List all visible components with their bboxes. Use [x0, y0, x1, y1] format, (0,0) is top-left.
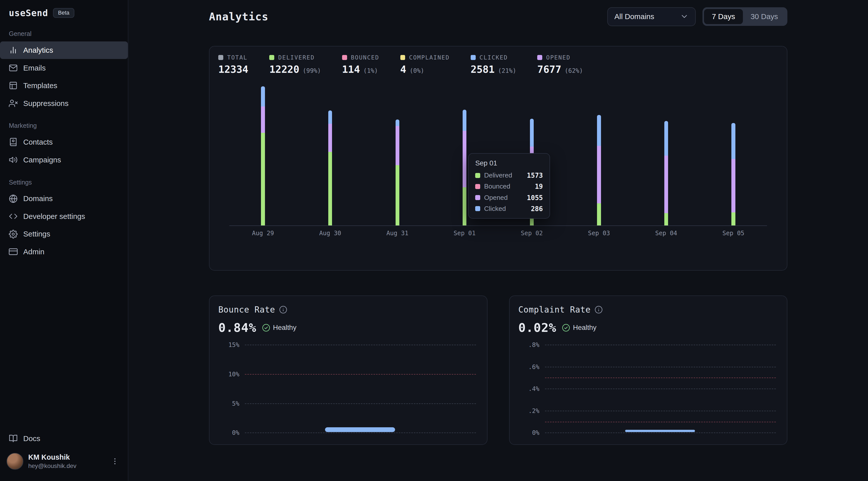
date-range-toggle: 7 Days30 Days: [703, 7, 787, 26]
tooltip-rows: Delivered1573Bounced19Opened1055Clicked2…: [475, 171, 543, 213]
chart-tooltip: Sep 01 Delivered1573Bounced19Opened1055C…: [468, 153, 550, 219]
rate-cards-row: Bounce Rate 0.84% Healthy 15%10%5%0%: [209, 295, 787, 445]
tooltip-value: 19: [535, 183, 543, 190]
sidebar-item-analytics[interactable]: Analytics: [0, 41, 128, 59]
y-axis-label: .6%: [518, 363, 539, 370]
legend-dot-icon: [471, 55, 476, 60]
tooltip-value: 286: [531, 205, 543, 213]
info-icon[interactable]: [594, 306, 603, 314]
legend-dot-icon: [475, 206, 480, 211]
user-name: KM Koushik: [28, 453, 103, 462]
info-icon[interactable]: [279, 306, 287, 314]
x-axis-label: Aug 29: [246, 229, 280, 237]
y-axis-label: 0%: [218, 429, 239, 436]
app-logo: useSend: [9, 8, 48, 18]
sidebar-item-settings[interactable]: Settings: [0, 225, 128, 243]
gear-icon: [9, 230, 18, 238]
complaint-rate-chart: .8%.6%.4%.2%0%: [518, 345, 778, 432]
legend-dot-icon: [269, 55, 274, 60]
domain-filter-value: All Domains: [614, 12, 654, 21]
bar-segment: [463, 187, 466, 225]
domain-filter-select[interactable]: All Domains: [607, 7, 696, 26]
x-axis-label: Sep 02: [515, 229, 549, 237]
bar-segment: [328, 152, 332, 226]
sidebar-item-label: Domains: [23, 194, 53, 203]
sidebar-item-developer-settings[interactable]: Developer settings: [0, 207, 128, 225]
bar-segment: [261, 106, 265, 133]
range-option-30-days[interactable]: 30 Days: [743, 9, 786, 24]
bar-segment: [463, 131, 466, 188]
range-option-7-days[interactable]: 7 Days: [704, 9, 743, 24]
rate-value-bar: [325, 427, 395, 432]
bounce-status-badge: Healthy: [262, 324, 297, 332]
bar-aug-31[interactable]: [396, 120, 399, 226]
stat-label: OPENED: [546, 54, 570, 61]
stat-bounced: BOUNCED114(1%): [342, 54, 379, 75]
user-menu[interactable]: KM Koushik hey@koushik.dev: [0, 447, 128, 477]
y-axis-label: .8%: [518, 341, 539, 348]
gridline: [545, 345, 776, 345]
stat-label-row: OPENED: [537, 54, 583, 61]
code-icon: [9, 212, 18, 221]
bar-segment: [597, 146, 601, 203]
sidebar-item-admin[interactable]: Admin: [0, 243, 128, 261]
sidebar-item-contacts[interactable]: Contacts: [0, 133, 128, 151]
stat-label-row: TOTAL: [218, 54, 248, 61]
user-meta: KM Koushik hey@koushik.dev: [28, 453, 103, 470]
bar-sep-03[interactable]: [597, 115, 601, 225]
sidebar-item-templates[interactable]: Templates: [0, 77, 128, 95]
sidebar-item-label: Suppressions: [23, 99, 68, 108]
gridline: [545, 411, 776, 411]
bar-segment: [328, 110, 332, 124]
complaint-rate-value-row: 0.02% Healthy: [518, 321, 778, 334]
bar-segment: [261, 133, 265, 225]
more-vertical-icon[interactable]: [108, 455, 121, 468]
book-icon: [9, 434, 18, 443]
topbar: Analytics All Domains 7 Days30 Days: [209, 7, 787, 26]
sidebar-item-label: Developer settings: [23, 212, 85, 221]
stat-label: CLICKED: [479, 54, 508, 61]
gridline: [245, 345, 476, 345]
stat-value: 7677: [537, 64, 561, 75]
topbar-controls: All Domains 7 Days30 Days: [607, 7, 787, 26]
stat-value: 4: [400, 64, 406, 75]
bar-sep-01[interactable]: [463, 110, 466, 226]
stat-percent: (99%): [303, 67, 321, 74]
bar-segment: [396, 120, 399, 126]
tooltip-label: Delivered: [484, 171, 523, 179]
complaint-status-badge: Healthy: [562, 324, 596, 332]
complaint-rate-title: Complaint Rate: [518, 305, 591, 315]
tooltip-label: Clicked: [484, 205, 527, 213]
bounce-rate-value-row: 0.84% Healthy: [218, 321, 478, 334]
gridline: [545, 389, 776, 389]
sidebar-item-campaigns[interactable]: Campaigns: [0, 151, 128, 169]
tooltip-row: Opened1055: [475, 194, 543, 201]
stat-complained: COMPLAINED4(0%): [400, 54, 450, 75]
rate-plot: [545, 345, 776, 432]
stat-value-row: 114(1%): [342, 64, 379, 75]
bar-segment: [530, 119, 534, 147]
bar-aug-30[interactable]: [328, 110, 332, 225]
tooltip-title: Sep 01: [475, 159, 543, 167]
bar-sep-05[interactable]: [732, 123, 735, 225]
tooltip-value: 1573: [527, 171, 543, 179]
analytics-overview-card: TOTAL12334DELIVERED12220(99%)BOUNCED114(…: [209, 46, 787, 270]
bar-segment: [261, 86, 265, 106]
main-area: Analytics All Domains 7 Days30 Days TOTA…: [128, 0, 868, 481]
bar-sep-04[interactable]: [664, 121, 668, 226]
legend-dot-icon: [342, 55, 347, 60]
bar-segment: [664, 213, 668, 226]
sidebar-section-title: Settings: [0, 169, 128, 190]
gridline: [545, 432, 776, 433]
sidebar-item-label: Admin: [23, 248, 44, 256]
y-axis-label: .2%: [518, 407, 539, 414]
sidebar: useSend Beta GeneralAnalyticsEmailsTempl…: [0, 0, 128, 481]
tooltip-value: 1055: [527, 194, 543, 201]
sidebar-item-suppressions[interactable]: Suppressions: [0, 94, 128, 112]
sidebar-item-domains[interactable]: Domains: [0, 190, 128, 207]
sidebar-item-emails[interactable]: Emails: [0, 59, 128, 77]
sidebar-item-docs[interactable]: Docs: [0, 429, 128, 447]
bar-aug-29[interactable]: [261, 86, 265, 225]
stat-percent: (21%): [498, 67, 516, 74]
chevron-down-icon: [680, 12, 689, 21]
